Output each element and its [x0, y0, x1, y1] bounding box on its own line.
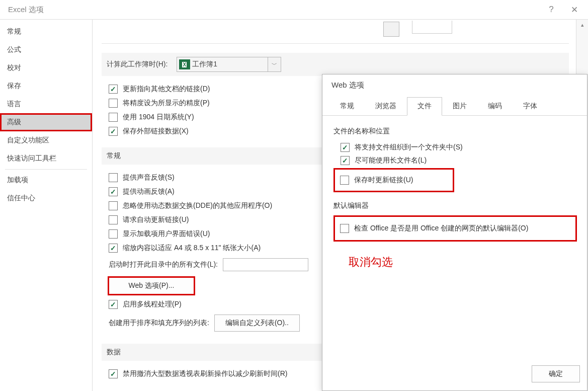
web-options-title: Web 选项	[322, 74, 587, 97]
checkbox[interactable]	[109, 300, 118, 309]
opt-label: 将精度设为所显示的精度(P)	[123, 99, 210, 108]
ok-button-label: 确定	[549, 369, 563, 378]
web-options-button-label: Web 选项(P)...	[129, 281, 175, 290]
tab-general[interactable]: 常规	[329, 97, 365, 116]
category-item-proofing[interactable]: 校对	[0, 59, 92, 77]
category-label: 常规	[7, 27, 21, 35]
edit-custom-lists-button[interactable]: 编辑自定义列表(O)..	[214, 315, 300, 332]
checkbox[interactable]	[109, 229, 118, 239]
workbook-select[interactable]: X 工作簿1 ﹀	[177, 57, 281, 72]
checkbox[interactable]	[340, 224, 349, 233]
category-separator	[5, 169, 87, 170]
tab-browsers[interactable]: 浏览器	[365, 97, 407, 116]
section-general-label: 常规	[107, 151, 121, 161]
opt-label: 提供动画反馈(A)	[123, 187, 175, 196]
web-options-dialog: Web 选项 常规 浏览器 文件 图片 编码 字体 文件的名称和位置 将支持文件…	[322, 74, 587, 391]
group-default-editor-title: 默认编辑器	[333, 201, 577, 210]
help-button[interactable]: ?	[540, 2, 563, 18]
opt-label: 忽略使用动态数据交换(DDE)的其他应用程序(O)	[123, 201, 272, 210]
section-data-label: 数据	[107, 348, 121, 357]
category-item-formulas[interactable]: 公式	[0, 41, 92, 59]
tab-label: 字体	[523, 102, 537, 110]
checkbox[interactable]	[109, 127, 118, 136]
wopt-long-filenames[interactable]: 尽可能使用长文件名(L)	[333, 154, 577, 167]
opt-label: 保存外部链接数据(X)	[123, 127, 189, 136]
window-title: Excel 选项	[8, 5, 44, 15]
opt-label: 启用多线程处理(P)	[123, 300, 182, 309]
cutoff-button[interactable]	[412, 21, 452, 34]
scroll-up-icon[interactable]: ▴	[576, 20, 588, 30]
checkbox[interactable]	[109, 244, 118, 253]
excel-icon: X	[179, 59, 190, 69]
category-label: 信任中心	[7, 194, 35, 202]
category-item-trust-center[interactable]: 信任中心	[0, 189, 92, 207]
checkbox[interactable]	[341, 143, 350, 152]
checkbox[interactable]	[109, 369, 118, 378]
checkbox[interactable]	[341, 156, 350, 165]
opt-label: 请求自动更新链接(U)	[123, 215, 189, 224]
tab-label: 编码	[488, 102, 502, 110]
checkbox[interactable]	[109, 113, 118, 122]
checkbox[interactable]	[109, 201, 118, 210]
opt-label: 提供声音反馈(S)	[123, 173, 175, 182]
startup-path-label: 启动时打开此目录中的所有文件(L):	[109, 260, 218, 269]
titlebar: Excel 选项 ? ✕	[0, 0, 588, 19]
custom-lists-label: 创建用于排序和填充序列的列表:	[109, 319, 209, 328]
checkbox[interactable]	[340, 176, 349, 185]
opt-label: 缩放内容以适应 A4 或 8.5 x 11" 纸张大小(A)	[123, 244, 261, 253]
tab-label: 文件	[417, 102, 432, 110]
category-label: 公式	[7, 45, 21, 53]
category-item-quick-access[interactable]: 快速访问工具栏	[0, 149, 92, 168]
checkbox[interactable]	[109, 187, 118, 196]
tab-fonts[interactable]: 字体	[513, 97, 548, 116]
tab-pictures[interactable]: 图片	[442, 97, 477, 116]
wopt-organize-support-files[interactable]: 将支持文件组织到一个文件夹中(S)	[333, 141, 577, 154]
category-item-general[interactable]: 常规	[0, 23, 92, 41]
category-label: 自定义功能区	[7, 136, 49, 144]
checkbox[interactable]	[109, 215, 118, 224]
wopt-update-links-on-save[interactable]: 保存时更新链接(U)	[338, 174, 448, 187]
close-icon: ✕	[571, 5, 578, 15]
workbook-name: 工作簿1	[192, 60, 217, 69]
cutoff-dropdown-button[interactable]	[383, 22, 399, 37]
category-label: 快速访问工具栏	[7, 154, 56, 162]
category-list: 常规 公式 校对 保存 语言 高级 自定义功能区 快速访问工具栏 加载项 信任中…	[0, 20, 93, 391]
close-button[interactable]: ✕	[563, 2, 586, 18]
category-label: 高级	[7, 118, 21, 126]
highlight-box-update-links: 保存时更新链接(U)	[333, 168, 454, 192]
section-calc-label: 计算此工作簿时(H):	[107, 60, 167, 69]
web-options-pane: 文件的名称和位置 将支持文件组织到一个文件夹中(S) 尽可能使用长文件名(L) …	[322, 116, 587, 275]
startup-path-input[interactable]	[223, 258, 308, 271]
wopt-label: 将支持文件组织到一个文件夹中(S)	[355, 143, 463, 152]
ok-button[interactable]: 确定	[532, 365, 580, 382]
category-item-save[interactable]: 保存	[0, 77, 92, 95]
wopt-label: 保存时更新链接(U)	[354, 176, 413, 185]
category-item-language[interactable]: 语言	[0, 95, 92, 113]
tab-encoding[interactable]: 编码	[477, 97, 513, 116]
tab-label: 浏览器	[375, 102, 396, 110]
opt-label: 禁用撤消大型数据透视表刷新操作以减少刷新时间(R)	[123, 369, 287, 378]
web-options-button[interactable]: Web 选项(P)...	[109, 277, 194, 294]
wopt-check-office-default-editor[interactable]: 检查 Office 是否是用 Office 创建的网页的默认编辑器(O)	[338, 222, 572, 235]
category-item-advanced[interactable]: 高级	[0, 113, 92, 131]
category-label: 校对	[7, 63, 21, 71]
opt-label: 使用 1904 日期系统(Y)	[123, 113, 194, 122]
opt-label: 更新指向其他文档的链接(D)	[123, 85, 210, 94]
category-label: 加载项	[7, 176, 28, 184]
category-item-addins[interactable]: 加载项	[0, 171, 92, 189]
help-icon: ?	[549, 5, 553, 15]
wopt-label: 检查 Office 是否是用 Office 创建的网页的默认编辑器(O)	[354, 224, 528, 233]
category-label: 语言	[7, 100, 21, 108]
edit-custom-lists-label: 编辑自定义列表(O)..	[225, 319, 289, 328]
category-item-customize-ribbon[interactable]: 自定义功能区	[0, 131, 92, 149]
chevron-down-icon[interactable]: ﹀	[268, 57, 281, 71]
web-options-footer: 确定	[532, 365, 580, 382]
highlight-box-default-editor: 检查 Office 是否是用 Office 创建的网页的默认编辑器(O)	[333, 215, 577, 242]
annotation-uncheck: 取消勾选	[349, 255, 577, 270]
category-label: 保存	[7, 82, 21, 90]
checkbox[interactable]	[109, 85, 118, 94]
web-options-tabs: 常规 浏览器 文件 图片 编码 字体	[322, 97, 587, 116]
tab-files[interactable]: 文件	[407, 97, 442, 116]
checkbox[interactable]	[109, 173, 118, 182]
checkbox[interactable]	[109, 99, 118, 108]
